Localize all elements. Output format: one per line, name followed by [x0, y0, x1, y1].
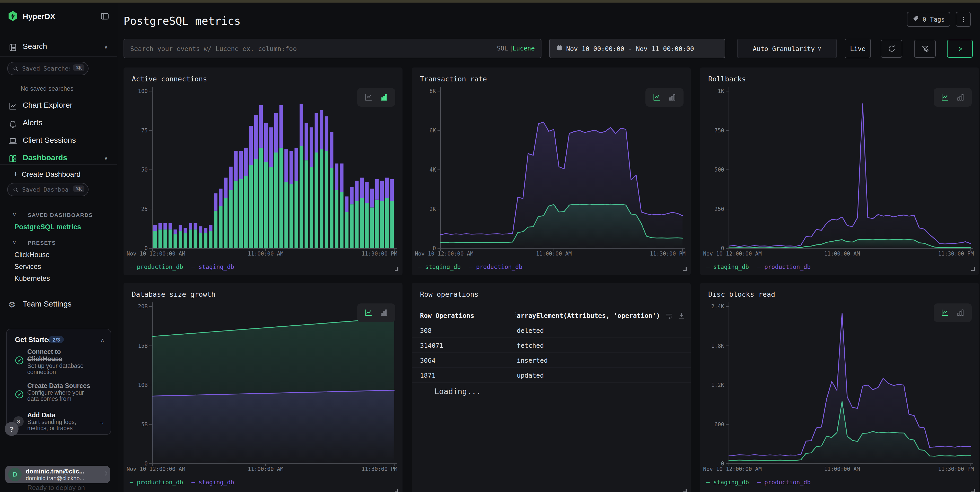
chart-canvas[interactable]: 2.4K1.8K1.2K6000Nov 10 12:00:00 AM11:00:… [700, 299, 979, 478]
row-count-value: 1871 [420, 371, 436, 379]
svg-text:1.2K: 1.2K [711, 382, 724, 388]
panel-active-connections: Active connections 1007550250Nov 10 12:0… [124, 67, 402, 275]
sidebar-item-dashboards[interactable]: Dashboards ∧ [0, 153, 117, 168]
chart-legend: — production_db— staging_db [130, 479, 242, 486]
tags-button[interactable]: 0 Tags [907, 12, 950, 27]
sidebar-item-alerts[interactable]: Alerts [0, 118, 117, 133]
svg-text:250: 250 [714, 206, 724, 212]
panel-resize-handle[interactable] [683, 267, 687, 271]
bar-chart-icon[interactable] [956, 308, 965, 317]
line-chart-icon[interactable] [364, 93, 373, 102]
calendar-icon [556, 44, 563, 53]
saved-searches-field[interactable] [22, 63, 70, 73]
svg-text:11:30:00 PM: 11:30:00 PM [361, 251, 397, 257]
event-search-box[interactable]: SQL | Lucene [124, 38, 541, 58]
sidebar-item-search[interactable]: Search ∧ [0, 42, 117, 56]
panel-resize-handle[interactable] [683, 489, 687, 492]
table-body: 308deleted314071fetched3064inserted1871u… [412, 323, 691, 383]
table-row[interactable]: 308deleted [412, 323, 691, 338]
chart-legend: — staging_db— production_db [706, 479, 819, 486]
sidebar-item-postgresql-metrics[interactable]: PostgreSQL metrics [14, 223, 81, 231]
granularity-select[interactable]: Auto Granularity ∨ [737, 38, 837, 58]
legend-item[interactable]: — production_db [130, 479, 183, 486]
row-count-value: 3064 [420, 356, 436, 364]
panel-resize-handle[interactable] [971, 267, 975, 271]
legend-item[interactable]: — staging_db [706, 263, 749, 270]
table-row[interactable]: 1871updated [412, 368, 691, 383]
tag-icon [912, 15, 920, 24]
sql-toggle[interactable]: SQL [497, 45, 508, 52]
panel-rollbacks: Rollbacks 1K7505002500Nov 10 12:00:00 AM… [700, 67, 979, 275]
presets-section[interactable]: ∨ PRESETS [12, 238, 46, 246]
run-query-button[interactable] [947, 40, 973, 58]
saved-searches-input[interactable]: ⌘K [7, 62, 89, 75]
legend-item[interactable]: — staging_db [191, 263, 234, 270]
arrow-right-icon: → [98, 418, 105, 425]
sidebar-item-clickhouse[interactable]: ClickHouse [14, 251, 50, 259]
sidebar-item-chart-explorer[interactable]: Chart Explorer [0, 101, 117, 115]
operation-value: fetched [517, 342, 544, 349]
get-started-item-datasources[interactable]: Create Data Sources Configure where your… [27, 382, 90, 402]
legend-item[interactable]: — production_db [469, 263, 522, 270]
chart-canvas[interactable]: 20B15B10B5B0Nov 10 12:00:00 AM11:00:00 A… [124, 299, 402, 478]
svg-text:100: 100 [138, 88, 148, 94]
svg-text:8K: 8K [430, 88, 436, 94]
kebab-menu-button[interactable] [956, 12, 971, 27]
line-chart-icon[interactable] [940, 93, 950, 102]
wrap-text-icon[interactable] [665, 311, 673, 321]
create-dashboard-button[interactable]: + Create Dashboard [0, 169, 117, 181]
chevron-down-icon: ∨ [12, 239, 16, 245]
chevron-up-icon[interactable]: ∧ [100, 337, 105, 343]
chart-canvas[interactable]: 1K7505002500Nov 10 12:00:00 AM11:00:00 A… [700, 84, 979, 262]
panel-resize-handle[interactable] [971, 489, 975, 492]
column-header[interactable]: Row Operations [420, 311, 474, 319]
line-chart-icon[interactable] [652, 93, 662, 102]
panel-resize-handle[interactable] [395, 489, 398, 492]
chart-canvas[interactable]: 1007550250Nov 10 12:00:00 AM11:00:00 AM1… [124, 84, 402, 262]
hyperdx-logo-icon[interactable] [7, 10, 19, 23]
chart-legend: — staging_db— production_db [418, 263, 531, 270]
date-range-picker[interactable]: Nov 10 00:00:00 - Nov 11 00:00:00 [549, 38, 725, 58]
lucene-toggle[interactable]: Lucene [512, 45, 535, 52]
line-chart-icon[interactable] [364, 308, 373, 317]
legend-item[interactable]: — production_db [757, 479, 811, 486]
saved-dashboards-input[interactable]: ⌘K [7, 183, 89, 196]
legend-item[interactable]: — production_db [757, 263, 811, 270]
bar-chart-icon[interactable] [956, 93, 965, 102]
table-row[interactable]: 314071fetched [412, 338, 691, 353]
get-started-item-connect[interactable]: Connect to ClickHouse Set up your databa… [27, 348, 84, 375]
chart-type-toolbar [934, 88, 972, 107]
sidebar-item-client-sessions[interactable]: Client Sessions [0, 136, 117, 150]
sidebar-item-team-settings[interactable]: ⚙ Team Settings [0, 299, 117, 314]
bar-chart-icon[interactable] [379, 93, 388, 102]
event-search-input[interactable] [130, 43, 460, 54]
bar-chart-icon[interactable] [379, 308, 388, 317]
legend-item[interactable]: — staging_db [418, 263, 461, 270]
get-started-item-add-data[interactable]: Add Data Start sending logs, metrics, or… [27, 412, 76, 431]
svg-text:Nov 10 12:00:00 AM: Nov 10 12:00:00 AM [703, 466, 762, 472]
line-chart-icon[interactable] [940, 308, 950, 317]
chart-type-toolbar [357, 304, 395, 322]
sidebar-item-kubernetes[interactable]: Kubernetes [14, 275, 50, 282]
saved-dashboards-section[interactable]: ∨ SAVED DASHBOARDS [12, 210, 84, 218]
filter-button[interactable] [914, 40, 936, 58]
sidebar-collapse-icon[interactable] [100, 11, 110, 23]
table-row[interactable]: 3064inserted [412, 353, 691, 368]
live-button[interactable]: Live [845, 38, 871, 58]
bar-chart-icon[interactable] [668, 93, 677, 102]
panel-title: Database size growth [132, 290, 215, 298]
dashboard-grid-icon [8, 154, 18, 165]
refresh-button[interactable] [881, 40, 902, 58]
sidebar-item-services[interactable]: Services [14, 263, 41, 270]
legend-item[interactable]: — staging_db [706, 479, 749, 486]
saved-dashboards-field[interactable] [22, 184, 70, 195]
legend-item[interactable]: — staging_db [191, 479, 234, 486]
legend-item[interactable]: — production_db [130, 263, 183, 270]
svg-text:11:00:00 AM: 11:00:00 AM [824, 466, 860, 472]
panel-resize-handle[interactable] [395, 267, 398, 271]
column-header[interactable]: arrayElement(Attributes, 'operation') [517, 311, 660, 319]
download-icon[interactable] [677, 311, 686, 321]
help-button[interactable]: ? [5, 422, 19, 436]
user-menu[interactable]: D dominic.tran@clic... dominic.tran@clic… [5, 466, 110, 483]
chart-canvas[interactable]: 8K6K4K2K0Nov 10 12:00:00 AM11:00:00 AM11… [412, 84, 691, 262]
